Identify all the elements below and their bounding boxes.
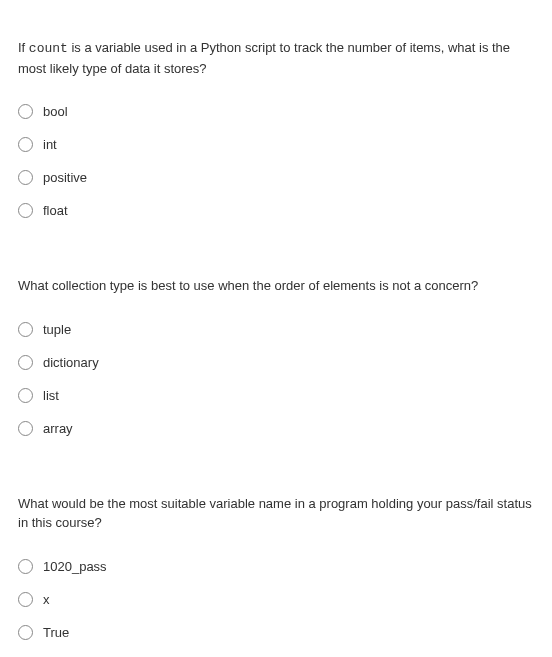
question-3-option-1[interactable]: x <box>18 592 534 607</box>
question-2-option-3[interactable]: array <box>18 421 534 436</box>
radio-icon <box>18 170 33 185</box>
question-3-prompt: What would be the most suitable variable… <box>18 494 534 533</box>
radio-icon <box>18 388 33 403</box>
radio-icon <box>18 559 33 574</box>
radio-icon <box>18 421 33 436</box>
question-3-option-2[interactable]: True <box>18 625 534 640</box>
option-label: dictionary <box>43 355 99 370</box>
question-2: What collection type is best to use when… <box>18 276 534 436</box>
option-label: array <box>43 421 73 436</box>
question-2-option-2[interactable]: list <box>18 388 534 403</box>
question-1-prompt: If count is a variable used in a Python … <box>18 38 534 78</box>
question-1-code: count <box>29 41 68 56</box>
radio-icon <box>18 203 33 218</box>
radio-icon <box>18 137 33 152</box>
radio-icon <box>18 355 33 370</box>
radio-icon <box>18 322 33 337</box>
radio-icon <box>18 592 33 607</box>
question-1-option-1[interactable]: int <box>18 137 534 152</box>
question-1-option-0[interactable]: bool <box>18 104 534 119</box>
option-label: positive <box>43 170 87 185</box>
radio-icon <box>18 104 33 119</box>
question-1-option-2[interactable]: positive <box>18 170 534 185</box>
question-1: If count is a variable used in a Python … <box>18 38 534 218</box>
option-label: x <box>43 592 50 607</box>
question-2-option-0[interactable]: tuple <box>18 322 534 337</box>
question-3-prefix: What would be the most suitable variable… <box>18 496 532 531</box>
question-2-prompt: What collection type is best to use when… <box>18 276 534 296</box>
question-3-option-0[interactable]: 1020_pass <box>18 559 534 574</box>
option-label: list <box>43 388 59 403</box>
option-label: bool <box>43 104 68 119</box>
question-1-option-3[interactable]: float <box>18 203 534 218</box>
radio-icon <box>18 625 33 640</box>
option-label: int <box>43 137 57 152</box>
question-2-option-1[interactable]: dictionary <box>18 355 534 370</box>
question-1-prefix: If <box>18 40 29 55</box>
option-label: float <box>43 203 68 218</box>
option-label: True <box>43 625 69 640</box>
question-2-prefix: What collection type is best to use when… <box>18 278 478 293</box>
question-3: What would be the most suitable variable… <box>18 494 534 658</box>
option-label: tuple <box>43 322 71 337</box>
option-label: 1020_pass <box>43 559 107 574</box>
question-1-suffix: is a variable used in a Python script to… <box>18 40 510 76</box>
